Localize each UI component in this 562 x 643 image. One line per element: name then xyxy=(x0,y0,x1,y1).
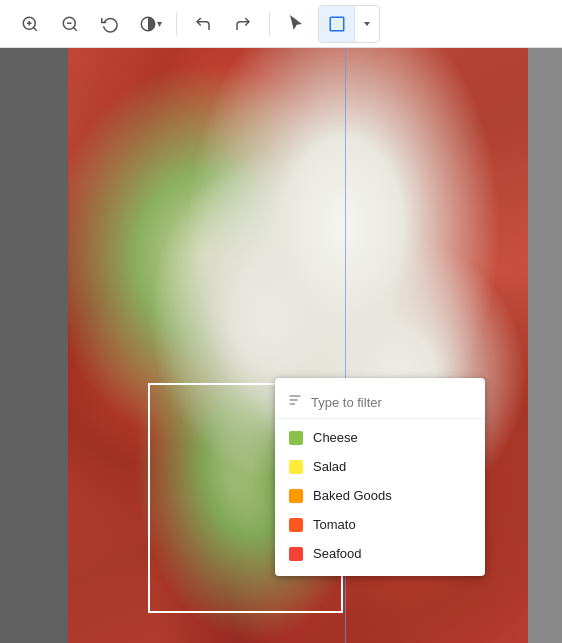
svg-line-1 xyxy=(33,27,36,30)
toolbar: ▾ xyxy=(0,0,562,48)
label-item-tomato[interactable]: Tomato xyxy=(275,510,485,539)
label-color-tomato xyxy=(289,518,303,532)
label-color-seafood xyxy=(289,547,303,561)
label-item-seafood[interactable]: Seafood xyxy=(275,539,485,568)
draw-tool-group xyxy=(318,5,380,43)
label-item-salad[interactable]: Salad xyxy=(275,452,485,481)
filter-input[interactable] xyxy=(311,395,479,410)
undo-button[interactable] xyxy=(185,6,221,42)
label-text-salad: Salad xyxy=(313,459,346,474)
label-item-baked-goods[interactable]: Baked Goods xyxy=(275,481,485,510)
reset-zoom-button[interactable] xyxy=(92,6,128,42)
label-text-baked-goods: Baked Goods xyxy=(313,488,392,503)
label-color-salad xyxy=(289,460,303,474)
draw-tool-dropdown[interactable] xyxy=(355,6,379,42)
draw-rect-button[interactable] xyxy=(319,6,355,42)
canvas-area[interactable]: Cheese Salad Baked Goods Tomato Seafood xyxy=(0,48,562,643)
zoom-in-button[interactable] xyxy=(12,6,48,42)
label-text-tomato: Tomato xyxy=(313,517,356,532)
brightness-button[interactable]: ▾ xyxy=(132,6,168,42)
zoom-out-button[interactable] xyxy=(52,6,88,42)
divider-1 xyxy=(176,12,177,36)
svg-line-5 xyxy=(73,27,76,30)
label-color-baked-goods xyxy=(289,489,303,503)
label-text-seafood: Seafood xyxy=(313,546,361,561)
label-item-cheese[interactable]: Cheese xyxy=(275,423,485,452)
filter-row xyxy=(275,386,485,419)
label-text-cheese: Cheese xyxy=(313,430,358,445)
left-sidebar xyxy=(0,48,68,643)
svg-rect-7 xyxy=(330,17,344,31)
label-color-cheese xyxy=(289,431,303,445)
redo-button[interactable] xyxy=(225,6,261,42)
svg-marker-8 xyxy=(364,22,370,26)
filter-icon xyxy=(287,392,303,412)
select-button[interactable] xyxy=(278,6,314,42)
divider-2 xyxy=(269,12,270,36)
label-dropdown: Cheese Salad Baked Goods Tomato Seafood xyxy=(275,378,485,576)
